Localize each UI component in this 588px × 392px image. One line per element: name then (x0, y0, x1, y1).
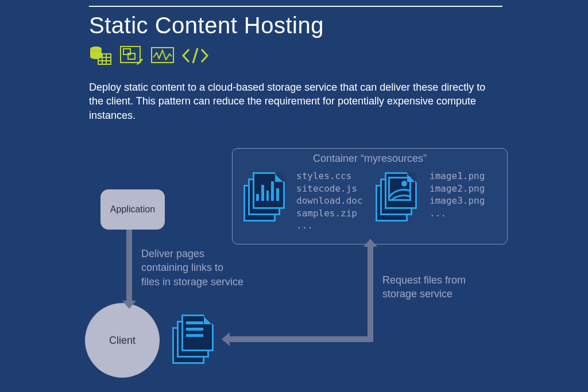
file-list-2: image1.png image2.png image3.png ... (430, 170, 485, 219)
monitoring-icon (151, 46, 174, 65)
file-stack-image-icon (376, 172, 417, 222)
flow-label-deliver: Deliver pages containing links to files … (141, 247, 245, 289)
svg-line-11 (193, 48, 198, 63)
code-icon (182, 46, 208, 65)
header-rule (89, 6, 502, 7)
client-node: Client (85, 303, 160, 378)
arrow-container-to-client-v (368, 244, 373, 342)
file-list-1: styles.ccs sitecode.js download.doc samp… (296, 170, 363, 232)
page-description: Deploy static content to a cloud-based s… (89, 80, 502, 122)
arrow-container-to-client-h (229, 336, 373, 342)
design-tool-icon (120, 46, 143, 65)
client-label: Client (109, 335, 136, 347)
application-node: Application (100, 189, 165, 230)
file-stack-doc-icon (172, 315, 214, 364)
category-icon-row (89, 46, 208, 65)
arrowhead-down-icon (122, 301, 136, 309)
arrow-app-to-client (126, 230, 132, 303)
arrowhead-up-icon (363, 239, 377, 247)
arrowhead-left-icon (222, 332, 230, 346)
svg-point-0 (90, 46, 102, 51)
container-title: Container “myresources” (232, 153, 508, 165)
page-title: Static Content Hosting (89, 13, 324, 38)
flow-label-request: Request files from storage service (382, 273, 474, 301)
application-label: Application (110, 204, 155, 215)
file-stack-chart-icon (243, 172, 285, 222)
database-table-icon (89, 46, 112, 65)
